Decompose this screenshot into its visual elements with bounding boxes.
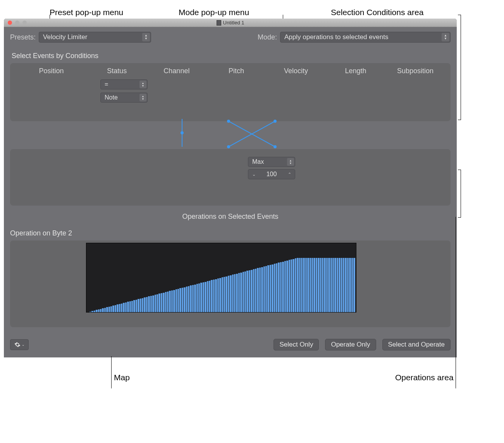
operation-value-stepper[interactable]: ⌄ 100 ⌃ [248, 169, 295, 179]
chart-bar [255, 269, 256, 312]
chart-bar [165, 292, 167, 312]
chart-bar [184, 287, 185, 312]
chart-bar [108, 307, 110, 312]
operation-type-value: Max [252, 158, 264, 165]
select-and-operate-button[interactable]: Select and Operate [382, 339, 451, 350]
callout-map: Map [114, 373, 130, 382]
window-title: Untitled 1 [217, 20, 244, 26]
chart-bar [192, 285, 194, 312]
document-icon [217, 20, 221, 26]
chart-bar [280, 262, 282, 312]
chart-bar [310, 258, 311, 312]
chart-bar [320, 258, 322, 312]
chart-bar [353, 258, 355, 312]
col-velocity: Velocity [266, 67, 326, 75]
chart-bar [292, 259, 294, 312]
close-button[interactable] [8, 21, 12, 25]
chart-bar [234, 274, 236, 312]
updown-icon: ▲▼ [442, 33, 449, 41]
chart-bar [167, 292, 169, 312]
chart-bar [261, 267, 263, 312]
chart-bar [265, 266, 267, 312]
chart-bar [236, 274, 237, 313]
chart-bar [276, 263, 277, 312]
chart-bar [351, 258, 353, 312]
chart-bar [91, 311, 93, 312]
chart-bar [144, 297, 145, 312]
mode-value: Apply operations to selected events [284, 33, 388, 41]
chart-bar [328, 258, 330, 312]
col-status: Status [87, 67, 147, 75]
presets-popup[interactable]: Velocity Limiter ▲▼ [39, 32, 151, 43]
zoom-button[interactable] [22, 21, 27, 25]
velocity-map-chart[interactable] [86, 243, 356, 313]
callout-preset: Preset pop-up menu [50, 8, 123, 17]
chart-bar [334, 258, 336, 312]
chart-bar [119, 304, 120, 312]
chart-bar [330, 258, 332, 312]
chart-bar [110, 306, 112, 312]
status-operator-popup[interactable]: = ▲▼ [100, 79, 148, 89]
chart-bar [318, 258, 319, 312]
chart-bar [94, 311, 95, 312]
chart-bar [169, 291, 170, 312]
chart-bar [291, 259, 292, 312]
chart-bar [173, 290, 175, 312]
updown-icon: ▲▼ [142, 33, 150, 41]
chart-bar [222, 277, 223, 312]
chart-bar [295, 258, 296, 312]
callout-selection: Selection Conditions area [331, 8, 423, 17]
settings-gear-button[interactable]: ⌄ [10, 339, 29, 350]
operations-panel: Max ▲▼ ⌄ 100 ⌃ [10, 149, 451, 206]
chart-bar [305, 258, 307, 312]
chart-bar [238, 273, 240, 312]
chart-bar [129, 301, 131, 312]
titlebar: Untitled 1 [4, 19, 457, 27]
chart-bar [179, 288, 181, 312]
callout-mode: Mode pop-up menu [179, 8, 249, 17]
col-pitch: Pitch [206, 67, 266, 75]
select-only-button[interactable]: Select Only [274, 339, 319, 350]
chart-bar [284, 261, 286, 312]
chart-bar [102, 308, 103, 312]
chevron-down-icon: ⌄ [22, 343, 25, 347]
chart-bar [148, 296, 150, 312]
chevron-up-icon[interactable]: ⌃ [286, 172, 292, 177]
minimize-button[interactable] [15, 21, 19, 25]
chevron-down-icon[interactable]: ⌄ [251, 172, 257, 177]
chart-bar [343, 258, 344, 312]
chart-bar [158, 294, 160, 312]
col-length: Length [326, 67, 385, 75]
chart-bar [332, 258, 334, 312]
chart-bar [163, 293, 164, 312]
chart-bar [190, 285, 191, 312]
status-value-popup[interactable]: Note ▲▼ [100, 93, 148, 103]
mode-popup[interactable]: Apply operations to selected events ▲▼ [280, 32, 451, 43]
operation-value: 100 [265, 171, 278, 178]
chart-bar [286, 261, 288, 312]
chart-bar [301, 258, 303, 312]
svg-point-4 [227, 120, 230, 123]
col-subposition: Subposition [385, 67, 445, 75]
chart-bar [253, 269, 255, 312]
chart-bar [313, 258, 315, 312]
presets-label: Presets: [10, 33, 36, 41]
chart-bar [175, 289, 177, 312]
bracket-operations [458, 170, 461, 218]
callout-row-top: Preset pop-up menu Mode pop-up menu Sele… [0, 0, 504, 19]
chart-bar [196, 284, 198, 312]
presets-value: Velocity Limiter [43, 33, 87, 41]
chart-bar [246, 271, 248, 312]
chart-bar [249, 270, 250, 312]
operations-label: Operations on Selected Events [10, 213, 451, 221]
operate-only-button[interactable]: Operate Only [325, 339, 376, 350]
chart-bar [232, 275, 234, 312]
chart-bar [251, 270, 252, 312]
chart-bar [100, 309, 101, 312]
chart-bar [215, 279, 217, 312]
operation-type-popup[interactable]: Max ▲▼ [248, 157, 295, 167]
chart-bar [270, 265, 271, 312]
updown-icon: ▲▼ [139, 94, 146, 101]
status-operator-value: = [105, 81, 108, 88]
updown-icon: ▲▼ [287, 158, 294, 166]
